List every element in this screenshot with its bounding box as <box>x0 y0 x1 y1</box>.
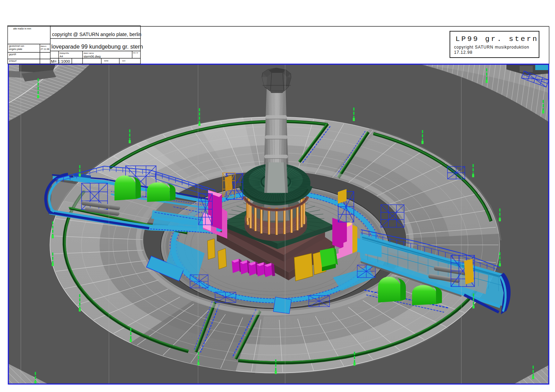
svg-text:datum: datum <box>41 45 46 47</box>
svg-text:copyright SATURN musikprodukti: copyright SATURN musikproduktion <box>454 45 529 50</box>
svg-text:rev nr: rev nr <box>133 52 138 54</box>
svg-text:loveparade 99 kundgebung gr. s: loveparade 99 kundgebung gr. stern <box>51 43 143 50</box>
svg-text:von: von <box>122 60 126 62</box>
svg-text:27.11.98: 27.11.98 <box>41 48 49 50</box>
svg-text:A4: A4 <box>60 55 63 58</box>
svg-text:entwurf: entwurf <box>9 60 17 62</box>
svg-text:alle maße in mm: alle maße in mm <box>13 27 31 30</box>
svg-text:17.12.98: 17.12.98 <box>454 50 472 55</box>
svg-text:M= 1:1000: M= 1:1000 <box>51 59 70 63</box>
svg-text:datei name: datei name <box>84 52 94 54</box>
svg-text:angelo plate: angelo plate <box>9 48 22 51</box>
svg-text:blattgröße: blattgröße <box>60 52 69 54</box>
svg-text:LP99 gr. stern: LP99 gr. stern <box>455 35 538 43</box>
svg-text:gezeichnet von: gezeichnet von <box>9 45 24 48</box>
svg-text:geprüft: geprüft <box>9 53 16 56</box>
svg-text:stern06.dwg: stern06.dwg <box>84 55 101 58</box>
svg-text:seite: seite <box>104 60 109 62</box>
svg-text:copyright @ SATURN angelo plat: copyright @ SATURN angelo plate, berlin <box>52 32 142 37</box>
